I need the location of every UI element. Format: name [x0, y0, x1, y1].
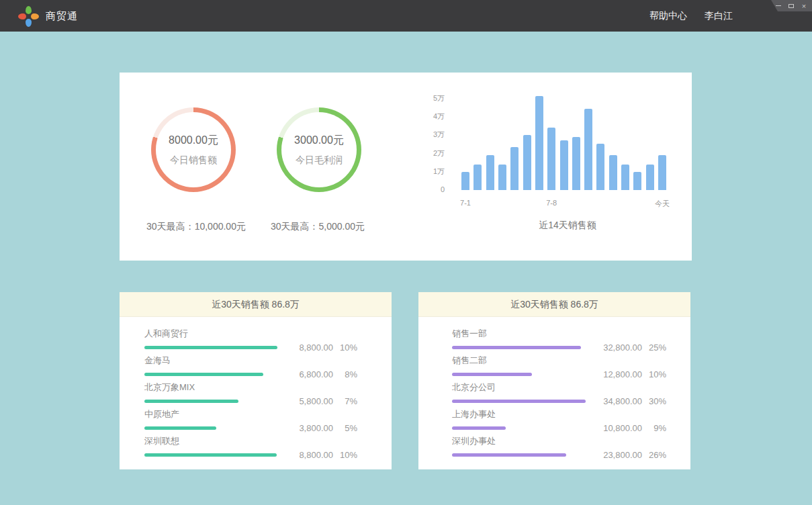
- percent-value: 8%: [333, 369, 357, 379]
- entity-name: 北京万象MIX: [144, 382, 357, 393]
- sales-list-row: 北京分公司34,800.0030%: [452, 382, 666, 406]
- customers-sales-card: 近30天销售额 86.8万 人和商贸行8,800.0010%金海马6,800.0…: [120, 292, 392, 469]
- window-controls: ×: [771, 0, 812, 11]
- percent-value: 26%: [642, 450, 666, 460]
- amount-value: 8,800.00: [285, 342, 333, 353]
- titlebar-menu: 帮助中心 李白江: [649, 0, 733, 32]
- x-axis-label: 7-1: [460, 199, 471, 207]
- y-axis-label: 0: [415, 185, 445, 193]
- y-axis-label: 4万: [415, 112, 445, 120]
- sales-bar: [609, 155, 617, 190]
- percent-value: 30%: [642, 396, 666, 406]
- amount-value: 3,800.00: [285, 423, 333, 433]
- amount-value: 23,800.00: [594, 450, 642, 460]
- sales-list-row: 中原地产3,800.005%: [144, 409, 357, 432]
- today-profit-value: 3000.00元: [294, 134, 344, 148]
- percent-value: 10%: [333, 342, 357, 353]
- progress-bar: [144, 373, 263, 376]
- logo-petal: [18, 13, 26, 19]
- progress-bar: [144, 346, 277, 349]
- profit-30d-max: 30天最高：5,000.00元: [237, 221, 398, 233]
- app-logo-icon: [19, 7, 37, 25]
- sales-bar: [535, 96, 543, 190]
- sales-bar: [510, 147, 518, 190]
- user-menu[interactable]: 李白江: [705, 10, 733, 22]
- progress-bar: [144, 426, 216, 430]
- amount-value: 12,800.00: [594, 369, 642, 379]
- titlebar: 商贸通 帮助中心 李白江 ×: [0, 0, 812, 32]
- sales-list-row: 深圳联想8,800.0010%: [144, 436, 357, 459]
- percent-value: 9%: [642, 423, 666, 433]
- entity-name: 深圳办事处: [452, 436, 666, 447]
- entity-name: 上海办事处: [452, 409, 666, 420]
- x-axis-label: 7-8: [546, 199, 557, 207]
- logo-petal: [26, 19, 32, 27]
- amount-value: 34,800.00: [594, 396, 642, 406]
- entity-name: 销售二部: [452, 355, 666, 366]
- sales-list-row: 金海马6,800.008%: [144, 355, 357, 379]
- sales-list-row: 上海办事处10,800.009%: [452, 409, 666, 432]
- sales-list-row: 销售一部32,800.0025%: [452, 328, 666, 352]
- logo-petal: [31, 13, 39, 19]
- close-button[interactable]: ×: [801, 3, 807, 9]
- percent-value: 10%: [642, 369, 666, 379]
- amount-value: 10,800.00: [594, 423, 642, 433]
- entity-name: 人和商贸行: [144, 328, 357, 339]
- sales-list-row: 人和商贸行8,800.0010%: [144, 328, 357, 352]
- close-icon: ×: [802, 3, 806, 9]
- today-sales-value: 8000.00元: [169, 134, 218, 148]
- help-center-link[interactable]: 帮助中心: [649, 10, 687, 22]
- overview-card: 8000.00元 今日销售额 30天最高：10,000.00元 3000.00元…: [120, 73, 692, 261]
- customers-card-title: 近30天销售额 86.8万: [120, 292, 392, 317]
- sales-list-row: 北京万象MIX5,800.007%: [144, 382, 357, 406]
- progress-bar: [144, 400, 238, 403]
- sales-bar-chart: [461, 95, 666, 190]
- amount-value: 32,800.00: [594, 342, 642, 353]
- departments-card-title: 近30天销售额 86.8万: [418, 292, 690, 317]
- minimize-button[interactable]: [775, 3, 782, 9]
- percent-value: 7%: [333, 396, 357, 406]
- entity-name: 北京分公司: [452, 382, 666, 393]
- percent-value: 5%: [333, 423, 357, 433]
- sales-bar: [633, 172, 641, 190]
- progress-bar: [452, 453, 566, 457]
- y-axis-label: 3万: [415, 130, 445, 138]
- today-profit-donut: 3000.00元 今日毛利润: [277, 107, 361, 192]
- entity-name: 深圳联想: [144, 436, 357, 447]
- progress-bar: [452, 426, 506, 430]
- sales-list-row: 深圳办事处23,800.0026%: [452, 436, 666, 459]
- departments-sales-card: 近30天销售额 86.8万 销售一部32,800.0025%销售二部12,800…: [418, 292, 690, 469]
- entity-name: 销售一部: [452, 328, 666, 339]
- sales-bar: [621, 165, 629, 190]
- progress-bar: [452, 400, 586, 403]
- sales-bar: [547, 128, 555, 190]
- today-sales-label: 今日销售额: [170, 154, 217, 167]
- entity-name: 金海马: [144, 355, 357, 366]
- entity-name: 中原地产: [144, 409, 357, 420]
- y-axis-label: 1万: [415, 167, 445, 175]
- amount-value: 5,800.00: [285, 396, 333, 406]
- bar-chart-caption: 近14天销售额: [500, 220, 635, 232]
- sales-bar: [473, 165, 482, 190]
- departments-list: 销售一部32,800.0025%销售二部12,800.0010%北京分公司34,…: [418, 317, 690, 459]
- sales-bar: [560, 140, 568, 190]
- maximize-button[interactable]: [788, 3, 795, 9]
- percent-value: 10%: [333, 450, 357, 460]
- sales-bar: [584, 109, 592, 190]
- minimize-icon: [776, 5, 781, 6]
- progress-bar: [452, 373, 532, 376]
- amount-value: 6,800.00: [285, 369, 333, 379]
- sales-bar: [461, 172, 469, 190]
- logo-petal: [26, 6, 32, 14]
- sales-bar: [572, 137, 580, 190]
- customers-list: 人和商贸行8,800.0010%金海马6,800.008%北京万象MIX5,80…: [120, 317, 392, 459]
- today-sales-donut: 8000.00元 今日销售额: [151, 107, 236, 192]
- amount-value: 8,800.00: [285, 450, 333, 460]
- today-profit-label: 今日毛利润: [296, 154, 343, 167]
- percent-value: 25%: [642, 342, 666, 353]
- sales-bar: [498, 165, 506, 190]
- progress-bar: [452, 346, 581, 349]
- y-axis-label: 2万: [415, 149, 445, 157]
- maximize-icon: [788, 4, 794, 8]
- sales-bar: [658, 155, 666, 190]
